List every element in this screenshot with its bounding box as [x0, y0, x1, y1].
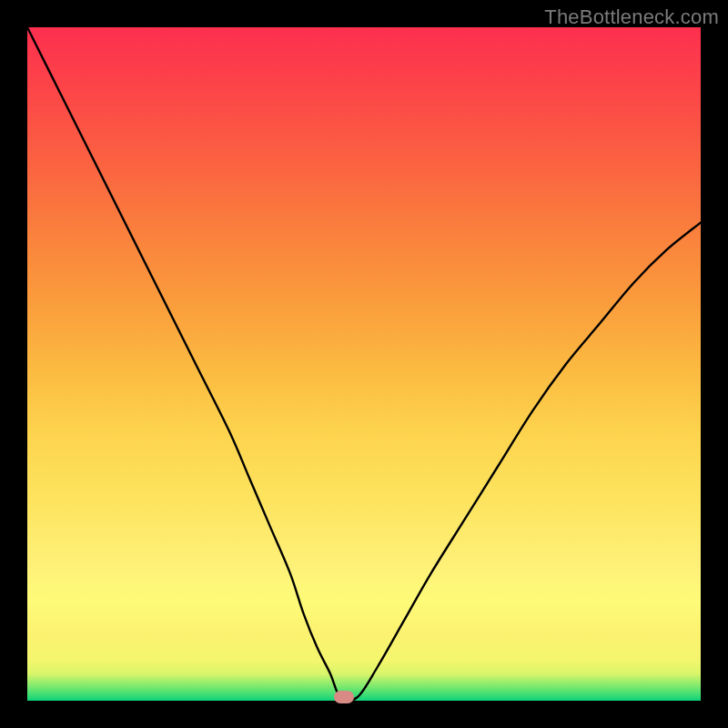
chart-frame: TheBottleneck.com	[0, 0, 728, 728]
plot-area	[27, 27, 701, 701]
watermark-text: TheBottleneck.com	[544, 5, 719, 29]
curve-path	[27, 27, 701, 701]
minimum-marker	[334, 691, 354, 703]
bottleneck-curve	[27, 27, 701, 701]
